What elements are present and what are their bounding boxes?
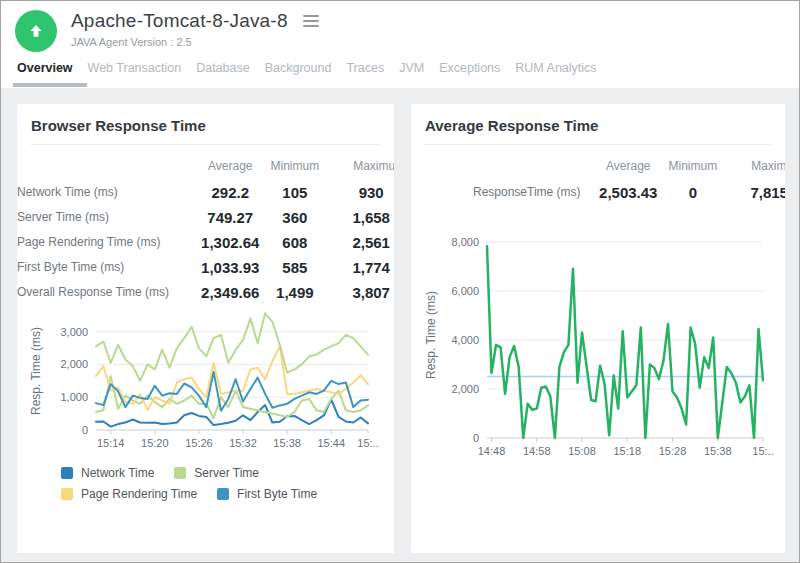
- svg-text:Resp. Time (ms): Resp. Time (ms): [424, 291, 438, 379]
- app-window: Apache-Tomcat-8-Java-8 JAVA Agent Versio…: [0, 0, 800, 563]
- column-header-maximum: Maximum: [726, 155, 785, 179]
- legend-item-network-time[interactable]: Network Time: [61, 466, 154, 480]
- legend-label: Page Rendering Time: [81, 487, 197, 501]
- metric-value: 1,033.93: [199, 256, 261, 279]
- metric-value: 105: [261, 181, 328, 204]
- tab-rum-analytics[interactable]: RUM Analytics: [515, 61, 596, 87]
- svg-text:15:..: 15:..: [752, 445, 773, 457]
- svg-text:15:14: 15:14: [97, 437, 125, 449]
- svg-text:15:38: 15:38: [273, 437, 301, 449]
- svg-text:15:38: 15:38: [704, 445, 732, 457]
- svg-text:6,000: 6,000: [451, 285, 479, 297]
- legend-row: Page Rendering TimeFirst Byte Time: [61, 487, 394, 501]
- svg-text:15:20: 15:20: [141, 437, 169, 449]
- metric-label: ResponseTime (ms): [411, 181, 597, 204]
- average-response-chart[interactable]: 02,0004,0006,0008,00014:4814:5815:0815:1…: [421, 220, 785, 474]
- metric-label: Network Time (ms): [17, 181, 199, 204]
- svg-text:3,000: 3,000: [60, 326, 88, 338]
- svg-text:2,000: 2,000: [60, 358, 88, 370]
- page-title: Apache-Tomcat-8-Java-8: [71, 10, 288, 32]
- header: Apache-Tomcat-8-Java-8 JAVA Agent Versio…: [1, 1, 799, 88]
- svg-text:15:44: 15:44: [317, 437, 345, 449]
- metric-label: Overall Response Time (ms): [17, 281, 199, 304]
- table-corner: [17, 155, 199, 179]
- hamburger-icon[interactable]: [301, 13, 321, 29]
- column-header-maximum: Maximum: [328, 155, 394, 179]
- metric-value: 0: [659, 181, 726, 204]
- metric-value: 1,774: [328, 256, 394, 279]
- legend-swatch: [61, 488, 73, 500]
- divider: [31, 144, 380, 145]
- svg-text:15:26: 15:26: [185, 437, 213, 449]
- agent-version-label: JAVA Agent Version : 2.5: [71, 36, 799, 48]
- svg-text:15:32: 15:32: [229, 437, 257, 449]
- tab-database[interactable]: Database: [196, 61, 250, 87]
- metric-value: 608: [261, 231, 328, 254]
- metric-value: 2,561: [328, 231, 394, 254]
- svg-text:15:..: 15:..: [357, 437, 378, 449]
- browser-response-time-panel: Browser Response Time AverageMinimumMaxi…: [17, 104, 394, 553]
- column-header-average: Average: [199, 155, 261, 179]
- chart-legend: Network TimeServer TimePage Rendering Ti…: [61, 466, 394, 501]
- legend-swatch: [61, 467, 73, 479]
- svg-text:1,000: 1,000: [60, 391, 88, 403]
- svg-text:2,000: 2,000: [451, 383, 479, 395]
- tab-web-transaction[interactable]: Web Transaction: [88, 61, 182, 87]
- metric-value: 2,503.43: [597, 181, 659, 204]
- legend-row: Network TimeServer Time: [61, 466, 394, 480]
- svg-text:14:48: 14:48: [478, 445, 506, 457]
- monitor-status-badge: [15, 10, 57, 52]
- svg-text:8,000: 8,000: [451, 236, 479, 248]
- legend-swatch: [174, 467, 186, 479]
- metric-value: 585: [261, 256, 328, 279]
- metric-value: 1,499: [261, 281, 328, 304]
- legend-item-server-time[interactable]: Server Time: [174, 466, 259, 480]
- tab-exceptions[interactable]: Exceptions: [439, 61, 500, 87]
- metric-value: 1,302.64: [199, 231, 261, 254]
- svg-text:15:28: 15:28: [659, 445, 687, 457]
- legend-swatch: [217, 488, 229, 500]
- browser-response-chart[interactable]: 01,0002,0003,00015:1415:2015:2615:3215:3…: [24, 308, 394, 464]
- average-response-time-panel: Average Response Time AverageMinimumMaxi…: [411, 104, 785, 553]
- divider: [425, 144, 771, 145]
- metric-value: 292.2: [199, 181, 261, 204]
- svg-text:15:08: 15:08: [568, 445, 596, 457]
- column-header-average: Average: [597, 155, 659, 179]
- svg-text:0: 0: [82, 424, 88, 436]
- svg-text:4,000: 4,000: [451, 334, 479, 346]
- metric-value: 360: [261, 206, 328, 229]
- metric-label: Page Rendering Time (ms): [17, 231, 199, 254]
- svg-text:14:58: 14:58: [523, 445, 551, 457]
- metric-value: 7,815: [726, 181, 785, 204]
- metric-label: Server Time (ms): [17, 206, 199, 229]
- column-header-minimum: Minimum: [261, 155, 328, 179]
- column-header-minimum: Minimum: [659, 155, 726, 179]
- average-response-table: AverageMinimumMaximumResponseTime (ms)2,…: [411, 155, 785, 204]
- legend-label: Server Time: [194, 466, 259, 480]
- metric-value: 930: [328, 181, 394, 204]
- metric-value: 2,349.66: [199, 281, 261, 304]
- panel-title: Average Response Time: [425, 117, 771, 134]
- legend-label: First Byte Time: [237, 487, 317, 501]
- metric-value: 1,658: [328, 206, 394, 229]
- tab-background[interactable]: Background: [265, 61, 332, 87]
- tab-traces[interactable]: Traces: [346, 61, 384, 87]
- legend-label: Network Time: [81, 466, 154, 480]
- legend-item-first-byte-time[interactable]: First Byte Time: [217, 487, 317, 501]
- metric-value: 749.27: [199, 206, 261, 229]
- svg-text:Resp. Time (ms): Resp. Time (ms): [29, 327, 43, 415]
- metric-value: 3,807: [328, 281, 394, 304]
- svg-text:0: 0: [473, 432, 479, 444]
- table-corner: [411, 155, 597, 179]
- svg-text:15:18: 15:18: [613, 445, 641, 457]
- panel-title: Browser Response Time: [31, 117, 380, 134]
- legend-item-page-rendering-time[interactable]: Page Rendering Time: [61, 487, 197, 501]
- metric-label: First Byte Time (ms): [17, 256, 199, 279]
- tab-overview[interactable]: Overview: [17, 61, 73, 87]
- tab-jvm[interactable]: JVM: [399, 61, 424, 87]
- tabs: OverviewWeb TransactionDatabaseBackgroun…: [1, 48, 799, 87]
- up-arrow-icon: [27, 22, 45, 40]
- browser-response-table: AverageMinimumMaximumNetwork Time (ms)29…: [17, 155, 394, 304]
